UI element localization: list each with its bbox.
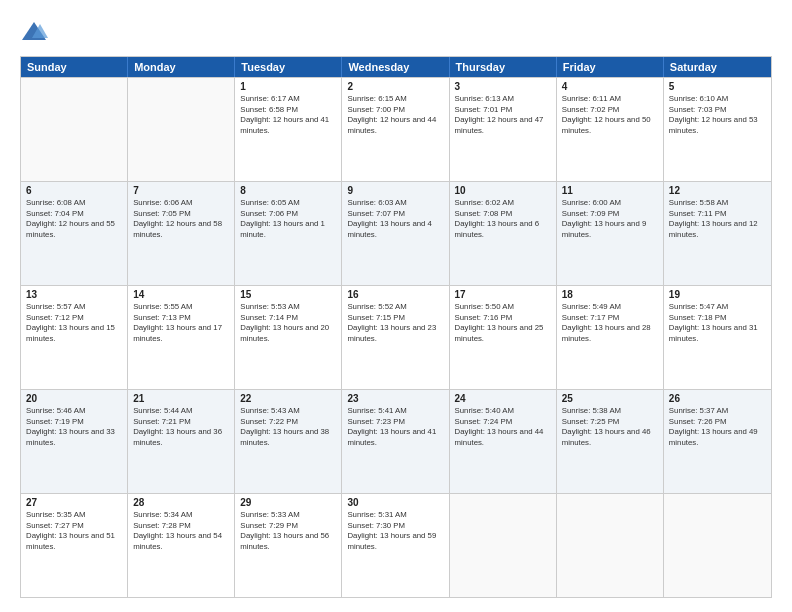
cell-info: Sunrise: 5:41 AM Sunset: 7:23 PM Dayligh… (347, 406, 443, 448)
calendar-cell (557, 494, 664, 597)
cell-info: Sunrise: 6:15 AM Sunset: 7:00 PM Dayligh… (347, 94, 443, 136)
header (20, 18, 772, 46)
cell-info: Sunrise: 5:53 AM Sunset: 7:14 PM Dayligh… (240, 302, 336, 344)
cell-day-number: 16 (347, 289, 443, 300)
cell-day-number: 25 (562, 393, 658, 404)
calendar-cell: 4Sunrise: 6:11 AM Sunset: 7:02 PM Daylig… (557, 78, 664, 181)
cell-day-number: 11 (562, 185, 658, 196)
calendar-cell: 2Sunrise: 6:15 AM Sunset: 7:00 PM Daylig… (342, 78, 449, 181)
cell-day-number: 28 (133, 497, 229, 508)
calendar-cell: 24Sunrise: 5:40 AM Sunset: 7:24 PM Dayli… (450, 390, 557, 493)
calendar-body: 1Sunrise: 6:17 AM Sunset: 6:58 PM Daylig… (21, 77, 771, 597)
calendar-cell (21, 78, 128, 181)
calendar-cell: 14Sunrise: 5:55 AM Sunset: 7:13 PM Dayli… (128, 286, 235, 389)
header-day-thursday: Thursday (450, 57, 557, 77)
cell-day-number: 30 (347, 497, 443, 508)
cell-day-number: 17 (455, 289, 551, 300)
cell-info: Sunrise: 6:05 AM Sunset: 7:06 PM Dayligh… (240, 198, 336, 240)
calendar-header: SundayMondayTuesdayWednesdayThursdayFrid… (21, 57, 771, 77)
calendar-row-1: 6Sunrise: 6:08 AM Sunset: 7:04 PM Daylig… (21, 181, 771, 285)
cell-info: Sunrise: 6:17 AM Sunset: 6:58 PM Dayligh… (240, 94, 336, 136)
logo (20, 18, 52, 46)
calendar-cell: 17Sunrise: 5:50 AM Sunset: 7:16 PM Dayli… (450, 286, 557, 389)
cell-day-number: 12 (669, 185, 766, 196)
cell-day-number: 24 (455, 393, 551, 404)
cell-day-number: 27 (26, 497, 122, 508)
calendar-cell: 21Sunrise: 5:44 AM Sunset: 7:21 PM Dayli… (128, 390, 235, 493)
cell-info: Sunrise: 5:50 AM Sunset: 7:16 PM Dayligh… (455, 302, 551, 344)
calendar-cell: 6Sunrise: 6:08 AM Sunset: 7:04 PM Daylig… (21, 182, 128, 285)
header-day-saturday: Saturday (664, 57, 771, 77)
cell-info: Sunrise: 5:47 AM Sunset: 7:18 PM Dayligh… (669, 302, 766, 344)
calendar-cell: 18Sunrise: 5:49 AM Sunset: 7:17 PM Dayli… (557, 286, 664, 389)
calendar-cell: 30Sunrise: 5:31 AM Sunset: 7:30 PM Dayli… (342, 494, 449, 597)
cell-info: Sunrise: 5:33 AM Sunset: 7:29 PM Dayligh… (240, 510, 336, 552)
cell-day-number: 5 (669, 81, 766, 92)
cell-info: Sunrise: 6:13 AM Sunset: 7:01 PM Dayligh… (455, 94, 551, 136)
calendar-cell: 23Sunrise: 5:41 AM Sunset: 7:23 PM Dayli… (342, 390, 449, 493)
calendar-cell: 15Sunrise: 5:53 AM Sunset: 7:14 PM Dayli… (235, 286, 342, 389)
cell-day-number: 14 (133, 289, 229, 300)
calendar-cell (128, 78, 235, 181)
header-day-tuesday: Tuesday (235, 57, 342, 77)
calendar-cell: 16Sunrise: 5:52 AM Sunset: 7:15 PM Dayli… (342, 286, 449, 389)
cell-day-number: 1 (240, 81, 336, 92)
cell-info: Sunrise: 5:37 AM Sunset: 7:26 PM Dayligh… (669, 406, 766, 448)
calendar-cell: 3Sunrise: 6:13 AM Sunset: 7:01 PM Daylig… (450, 78, 557, 181)
calendar-cell: 19Sunrise: 5:47 AM Sunset: 7:18 PM Dayli… (664, 286, 771, 389)
calendar-cell: 22Sunrise: 5:43 AM Sunset: 7:22 PM Dayli… (235, 390, 342, 493)
cell-day-number: 18 (562, 289, 658, 300)
calendar-cell: 12Sunrise: 5:58 AM Sunset: 7:11 PM Dayli… (664, 182, 771, 285)
cell-day-number: 9 (347, 185, 443, 196)
calendar-cell: 1Sunrise: 6:17 AM Sunset: 6:58 PM Daylig… (235, 78, 342, 181)
cell-info: Sunrise: 5:58 AM Sunset: 7:11 PM Dayligh… (669, 198, 766, 240)
calendar-cell (450, 494, 557, 597)
cell-info: Sunrise: 5:52 AM Sunset: 7:15 PM Dayligh… (347, 302, 443, 344)
page: SundayMondayTuesdayWednesdayThursdayFrid… (0, 0, 792, 612)
cell-day-number: 10 (455, 185, 551, 196)
calendar-cell: 27Sunrise: 5:35 AM Sunset: 7:27 PM Dayli… (21, 494, 128, 597)
cell-day-number: 3 (455, 81, 551, 92)
cell-info: Sunrise: 5:34 AM Sunset: 7:28 PM Dayligh… (133, 510, 229, 552)
header-day-monday: Monday (128, 57, 235, 77)
cell-day-number: 7 (133, 185, 229, 196)
calendar-row-0: 1Sunrise: 6:17 AM Sunset: 6:58 PM Daylig… (21, 77, 771, 181)
cell-info: Sunrise: 5:38 AM Sunset: 7:25 PM Dayligh… (562, 406, 658, 448)
calendar-cell: 7Sunrise: 6:06 AM Sunset: 7:05 PM Daylig… (128, 182, 235, 285)
cell-info: Sunrise: 5:55 AM Sunset: 7:13 PM Dayligh… (133, 302, 229, 344)
cell-info: Sunrise: 5:49 AM Sunset: 7:17 PM Dayligh… (562, 302, 658, 344)
cell-info: Sunrise: 6:02 AM Sunset: 7:08 PM Dayligh… (455, 198, 551, 240)
cell-info: Sunrise: 6:08 AM Sunset: 7:04 PM Dayligh… (26, 198, 122, 240)
cell-day-number: 29 (240, 497, 336, 508)
cell-info: Sunrise: 6:10 AM Sunset: 7:03 PM Dayligh… (669, 94, 766, 136)
calendar-cell: 9Sunrise: 6:03 AM Sunset: 7:07 PM Daylig… (342, 182, 449, 285)
cell-day-number: 4 (562, 81, 658, 92)
cell-info: Sunrise: 5:35 AM Sunset: 7:27 PM Dayligh… (26, 510, 122, 552)
cell-day-number: 23 (347, 393, 443, 404)
cell-info: Sunrise: 6:11 AM Sunset: 7:02 PM Dayligh… (562, 94, 658, 136)
calendar-cell: 13Sunrise: 5:57 AM Sunset: 7:12 PM Dayli… (21, 286, 128, 389)
calendar-row-2: 13Sunrise: 5:57 AM Sunset: 7:12 PM Dayli… (21, 285, 771, 389)
cell-day-number: 22 (240, 393, 336, 404)
calendar-cell: 28Sunrise: 5:34 AM Sunset: 7:28 PM Dayli… (128, 494, 235, 597)
cell-info: Sunrise: 6:06 AM Sunset: 7:05 PM Dayligh… (133, 198, 229, 240)
cell-info: Sunrise: 5:40 AM Sunset: 7:24 PM Dayligh… (455, 406, 551, 448)
cell-info: Sunrise: 5:43 AM Sunset: 7:22 PM Dayligh… (240, 406, 336, 448)
calendar-row-3: 20Sunrise: 5:46 AM Sunset: 7:19 PM Dayli… (21, 389, 771, 493)
calendar-cell (664, 494, 771, 597)
calendar-cell: 29Sunrise: 5:33 AM Sunset: 7:29 PM Dayli… (235, 494, 342, 597)
cell-day-number: 15 (240, 289, 336, 300)
cell-day-number: 19 (669, 289, 766, 300)
calendar-cell: 26Sunrise: 5:37 AM Sunset: 7:26 PM Dayli… (664, 390, 771, 493)
calendar-cell: 11Sunrise: 6:00 AM Sunset: 7:09 PM Dayli… (557, 182, 664, 285)
cell-info: Sunrise: 5:44 AM Sunset: 7:21 PM Dayligh… (133, 406, 229, 448)
cell-info: Sunrise: 5:31 AM Sunset: 7:30 PM Dayligh… (347, 510, 443, 552)
cell-info: Sunrise: 5:57 AM Sunset: 7:12 PM Dayligh… (26, 302, 122, 344)
header-day-sunday: Sunday (21, 57, 128, 77)
calendar-cell: 10Sunrise: 6:02 AM Sunset: 7:08 PM Dayli… (450, 182, 557, 285)
cell-day-number: 21 (133, 393, 229, 404)
cell-day-number: 2 (347, 81, 443, 92)
cell-info: Sunrise: 5:46 AM Sunset: 7:19 PM Dayligh… (26, 406, 122, 448)
cell-day-number: 8 (240, 185, 336, 196)
calendar-cell: 20Sunrise: 5:46 AM Sunset: 7:19 PM Dayli… (21, 390, 128, 493)
